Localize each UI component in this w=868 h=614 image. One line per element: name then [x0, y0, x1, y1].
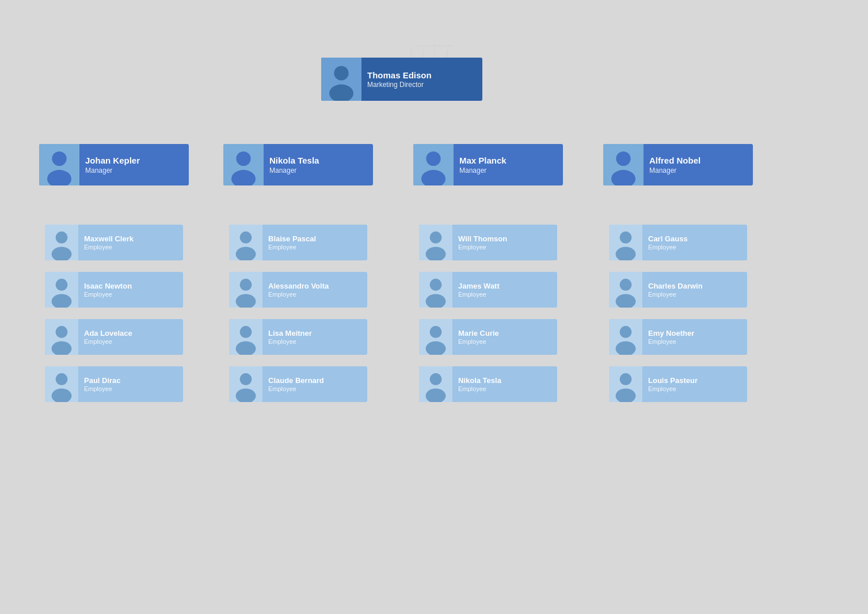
node-text: Will ThomsonEmployee: [452, 232, 513, 253]
svg-point-42: [56, 373, 68, 385]
org-node: Max PlanckManager: [413, 144, 563, 185]
org-node: Marie CurieEmployee: [419, 319, 557, 355]
node-role: Employee: [648, 291, 703, 298]
node-name: Alfred Nobel: [649, 155, 701, 166]
svg-point-60: [426, 151, 440, 166]
node-role: Manager: [649, 166, 701, 175]
org-node: Will ThomsonEmployee: [419, 225, 557, 260]
node-name: Alessandro Volta: [268, 282, 329, 291]
node-text: Charles DarwinEmployee: [642, 279, 709, 301]
svg-point-45: [236, 151, 250, 166]
node-role: Manager: [459, 166, 507, 175]
page-title: [0, 0, 868, 40]
org-node: Louis PasteurEmployee: [609, 366, 747, 402]
node-role: Employee: [84, 338, 132, 345]
node-name: Emy Noether: [648, 329, 694, 339]
svg-point-87: [620, 373, 632, 385]
node-role: Employee: [84, 385, 121, 392]
node-role: Employee: [458, 385, 501, 392]
node-role: Employee: [648, 338, 694, 345]
avatar: [223, 144, 264, 185]
org-node: Carl GaussEmployee: [609, 225, 747, 260]
avatar: [603, 144, 644, 185]
org-node: Ada LovelaceEmployee: [45, 319, 183, 355]
avatar: [609, 225, 642, 260]
node-name: Carl Gauss: [648, 234, 688, 244]
avatar: [419, 366, 452, 402]
node-text: Blaise PascalEmployee: [262, 232, 322, 253]
org-node: Claude BernardEmployee: [229, 366, 367, 402]
node-text: Louis PasteurEmployee: [642, 374, 703, 395]
node-text: James WattEmployee: [452, 279, 505, 301]
avatar: [609, 319, 642, 355]
avatar: [229, 272, 262, 308]
avatar: [45, 366, 78, 402]
svg-point-78: [620, 232, 632, 244]
node-text: Johan KeplerManager: [79, 153, 146, 177]
avatar: [609, 272, 642, 308]
org-node: Maxwell ClerkEmployee: [45, 225, 183, 260]
node-text: Nikola TeslaManager: [264, 153, 325, 177]
node-role: Employee: [84, 291, 132, 298]
org-node: Alfred NobelManager: [603, 144, 753, 185]
svg-point-39: [56, 326, 68, 338]
org-node: Paul DiracEmployee: [45, 366, 183, 402]
avatar: [321, 58, 361, 101]
node-text: Marie CurieEmployee: [452, 327, 505, 348]
node-text: Paul DiracEmployee: [78, 374, 127, 395]
svg-point-84: [620, 326, 632, 338]
node-name: Marie Curie: [458, 329, 499, 339]
svg-point-33: [56, 232, 68, 244]
avatar: [419, 319, 452, 355]
org-node: Lisa MeitnerEmployee: [229, 319, 367, 355]
node-role: Employee: [648, 385, 698, 392]
node-role: Employee: [458, 244, 507, 251]
node-role: Manager: [85, 166, 140, 175]
node-role: Marketing Director: [367, 81, 432, 89]
org-node: Alessandro VoltaEmployee: [229, 272, 367, 308]
avatar: [45, 272, 78, 308]
node-text: Lisa MeitnerEmployee: [262, 327, 318, 348]
node-role: Manager: [269, 166, 319, 175]
svg-point-66: [430, 279, 442, 291]
node-name: Blaise Pascal: [268, 234, 316, 244]
svg-point-57: [240, 373, 252, 385]
node-text: Maxwell ClerkEmployee: [78, 232, 139, 253]
node-name: Nikola Tesla: [458, 376, 501, 386]
svg-point-69: [430, 326, 442, 338]
node-name: Will Thomson: [458, 234, 507, 244]
node-name: Johan Kepler: [85, 155, 140, 166]
avatar: [45, 225, 78, 260]
svg-point-48: [240, 232, 252, 244]
svg-point-63: [430, 232, 442, 244]
org-node: Emy NoetherEmployee: [609, 319, 747, 355]
node-text: Thomas EdisonMarketing Director: [361, 67, 437, 92]
node-role: Employee: [458, 291, 500, 298]
avatar: [229, 225, 262, 260]
node-name: Louis Pasteur: [648, 376, 698, 386]
node-text: Alessandro VoltaEmployee: [262, 279, 334, 301]
node-text: Claude BernardEmployee: [262, 374, 330, 395]
org-node: Charles DarwinEmployee: [609, 272, 747, 308]
org-node: James WattEmployee: [419, 272, 557, 308]
node-role: Employee: [268, 244, 316, 251]
node-text: Alfred NobelManager: [644, 153, 706, 177]
node-name: Thomas Edison: [367, 70, 432, 81]
svg-point-51: [240, 279, 252, 291]
avatar: [39, 144, 79, 185]
node-name: Lisa Meitner: [268, 329, 312, 339]
org-node: Isaac NewtonEmployee: [45, 272, 183, 308]
svg-point-30: [52, 151, 66, 166]
node-name: James Watt: [458, 282, 500, 291]
avatar: [413, 144, 454, 185]
node-name: Isaac Newton: [84, 282, 132, 291]
svg-point-72: [430, 373, 442, 385]
avatar: [45, 319, 78, 355]
svg-point-81: [620, 279, 632, 291]
svg-point-75: [616, 151, 630, 166]
node-text: Emy NoetherEmployee: [642, 327, 700, 348]
node-text: Max PlanckManager: [454, 153, 512, 177]
svg-point-36: [56, 279, 68, 291]
org-node: Thomas EdisonMarketing Director: [321, 58, 482, 101]
node-name: Charles Darwin: [648, 282, 703, 291]
